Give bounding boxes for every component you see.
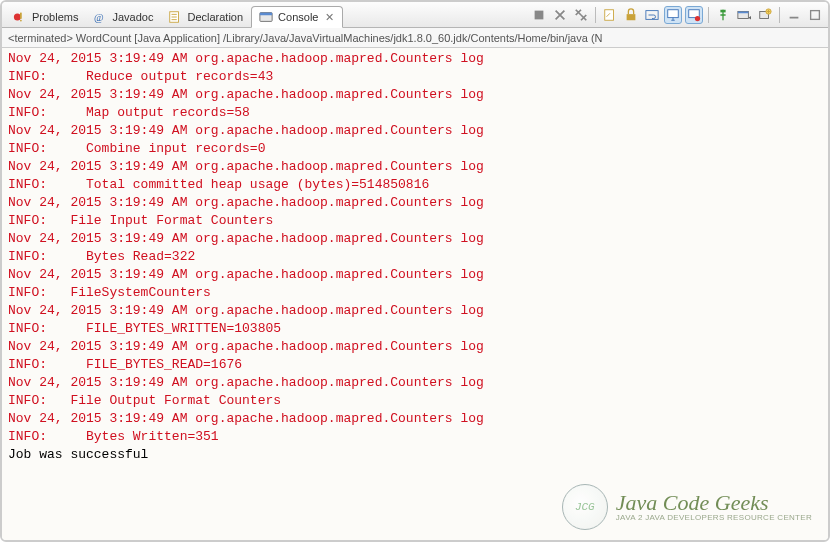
- separator: [595, 7, 596, 23]
- console-line: INFO: Combine input records=0: [8, 140, 822, 158]
- tab-label: Problems: [32, 11, 78, 23]
- problems-icon: [12, 9, 28, 25]
- svg-rect-17: [720, 9, 725, 12]
- console-line: Nov 24, 2015 3:19:49 AM org.apache.hadoo…: [8, 122, 822, 140]
- scroll-lock-button[interactable]: [622, 6, 640, 24]
- tab-problems[interactable]: Problems: [6, 6, 86, 28]
- svg-rect-10: [535, 10, 544, 19]
- declaration-icon: [167, 9, 183, 25]
- svg-rect-22: [790, 16, 799, 18]
- console-line: INFO: FILE_BYTES_READ=1676: [8, 356, 822, 374]
- console-line: Nov 24, 2015 3:19:49 AM org.apache.hadoo…: [8, 194, 822, 212]
- svg-point-0: [14, 14, 21, 21]
- console-toolbar: [530, 6, 824, 24]
- open-console-button[interactable]: [756, 6, 774, 24]
- tab-javadoc[interactable]: @ Javadoc: [86, 6, 161, 28]
- watermark-logo: JCG: [562, 484, 608, 530]
- watermark-brand: Java Code Geeks: [616, 491, 812, 514]
- word-wrap-button[interactable]: [643, 6, 661, 24]
- svg-rect-1: [20, 13, 22, 19]
- tab-console[interactable]: Console ✕: [251, 6, 343, 28]
- remove-all-button[interactable]: [572, 6, 590, 24]
- svg-rect-11: [605, 9, 614, 20]
- svg-rect-14: [668, 9, 679, 17]
- watermark-tagline: JAVA 2 JAVA DEVELOPERS RESOURCE CENTER: [616, 514, 812, 522]
- console-line: Nov 24, 2015 3:19:49 AM org.apache.hadoo…: [8, 374, 822, 392]
- console-line: Job was successful: [8, 446, 822, 464]
- terminate-button[interactable]: [530, 6, 548, 24]
- console-line: INFO: Total committed heap usage (bytes)…: [8, 176, 822, 194]
- launch-status-line: <terminated> WordCount [Java Application…: [2, 28, 828, 48]
- show-on-output-button[interactable]: [664, 6, 682, 24]
- tab-label: Console: [278, 11, 318, 23]
- tab-label: Javadoc: [112, 11, 153, 23]
- console-line: Nov 24, 2015 3:19:49 AM org.apache.hadoo…: [8, 338, 822, 356]
- console-line: Nov 24, 2015 3:19:49 AM org.apache.hadoo…: [8, 266, 822, 284]
- console-line: INFO: FILE_BYTES_WRITTEN=103805: [8, 320, 822, 338]
- console-line: INFO: File Input Format Counters: [8, 212, 822, 230]
- console-line: Nov 24, 2015 3:19:49 AM org.apache.hadoo…: [8, 302, 822, 320]
- console-line: INFO: File Output Format Counters: [8, 392, 822, 410]
- console-line: INFO: Reduce output records=43: [8, 68, 822, 86]
- svg-text:@: @: [94, 12, 104, 23]
- minimize-view-button[interactable]: [785, 6, 803, 24]
- close-icon[interactable]: ✕: [325, 11, 334, 24]
- console-line: Nov 24, 2015 3:19:49 AM org.apache.hadoo…: [8, 86, 822, 104]
- svg-rect-19: [738, 11, 749, 13]
- console-line: Nov 24, 2015 3:19:49 AM org.apache.hadoo…: [8, 410, 822, 428]
- console-line: Nov 24, 2015 3:19:49 AM org.apache.hadoo…: [8, 50, 822, 68]
- svg-point-2: [20, 20, 22, 22]
- console-line: INFO: Bytes Read=322: [8, 248, 822, 266]
- console-line: INFO: FileSystemCounters: [8, 284, 822, 302]
- pin-console-button[interactable]: [714, 6, 732, 24]
- console-line: INFO: Map output records=58: [8, 104, 822, 122]
- display-selected-console-button[interactable]: [735, 6, 753, 24]
- watermark: JCG Java Code Geeks JAVA 2 JAVA DEVELOPE…: [562, 484, 812, 530]
- tab-label: Declaration: [187, 11, 243, 23]
- console-line: INFO: Bytes Written=351: [8, 428, 822, 446]
- javadoc-icon: @: [92, 9, 108, 25]
- svg-rect-23: [811, 10, 820, 19]
- view-tabs: Problems @ Javadoc Declaration Console ✕: [6, 2, 343, 27]
- console-line: Nov 24, 2015 3:19:49 AM org.apache.hadoo…: [8, 158, 822, 176]
- maximize-view-button[interactable]: [806, 6, 824, 24]
- separator: [708, 7, 709, 23]
- separator: [779, 7, 780, 23]
- console-output[interactable]: Nov 24, 2015 3:19:49 AM org.apache.hadoo…: [2, 48, 828, 540]
- show-on-error-button[interactable]: [685, 6, 703, 24]
- svg-point-16: [695, 15, 700, 20]
- console-icon: [258, 9, 274, 25]
- launch-status-text: <terminated> WordCount [Java Application…: [8, 32, 603, 44]
- tab-declaration[interactable]: Declaration: [161, 6, 251, 28]
- clear-console-button[interactable]: [601, 6, 619, 24]
- console-line: Nov 24, 2015 3:19:49 AM org.apache.hadoo…: [8, 230, 822, 248]
- view-toolbar: Problems @ Javadoc Declaration Console ✕: [2, 2, 828, 28]
- remove-launch-button[interactable]: [551, 6, 569, 24]
- svg-rect-9: [260, 13, 272, 16]
- svg-rect-12: [627, 14, 636, 20]
